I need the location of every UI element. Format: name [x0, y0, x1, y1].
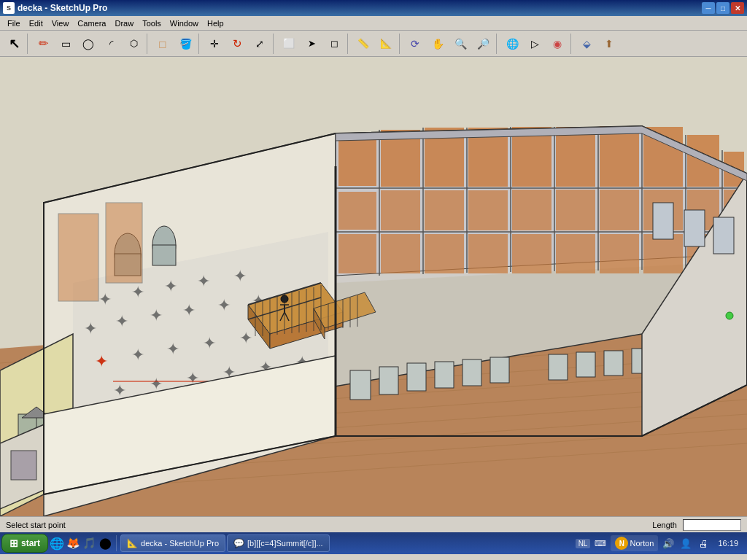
title-bar-buttons[interactable]: ─ □ ✕	[702, 2, 744, 14]
tray-icon-3[interactable]: 🖨	[696, 536, 711, 551]
svg-text:✦: ✦	[239, 329, 252, 347]
status-message: Select start point	[6, 521, 652, 529]
svg-rect-139	[653, 203, 673, 239]
title-bar: S decka - SketchUp Pro ─ □ ✕	[0, 0, 747, 16]
rotate-tool[interactable]: ↻	[226, 33, 248, 55]
ie-quicklaunch[interactable]: 🌐	[50, 536, 64, 551]
summit-taskbar-item[interactable]: 💬 [b][[c=4]Summit[/c]]...	[227, 534, 330, 552]
svg-text:✦: ✦	[98, 290, 112, 308]
system-tray: NL ⌨ N Norton 🔊 👤 🖨 16:19	[576, 535, 746, 551]
protractor-tool[interactable]: 📐	[375, 33, 397, 55]
svg-rect-36	[338, 192, 376, 230]
menu-camera[interactable]: Camera	[73, 18, 110, 29]
styles-tool[interactable]: 🌐	[501, 33, 523, 55]
sketchup-task-icon: 📐	[127, 538, 138, 548]
svg-text:✦: ✦	[166, 340, 179, 358]
title-bar-left: S decka - SketchUp Pro	[3, 2, 107, 14]
svg-rect-129	[379, 367, 398, 394]
svg-text:✦: ✦	[197, 272, 210, 290]
svg-rect-38	[425, 190, 464, 230]
circle-tool[interactable]: ◯	[77, 33, 99, 55]
sketchup-task-label: decka - SketchUp Pro	[141, 539, 219, 548]
orbit-tool[interactable]: ⟳	[404, 33, 426, 55]
toolbar-separator-4	[273, 34, 276, 54]
select-tool[interactable]: ↖	[3, 33, 25, 55]
svg-rect-32	[600, 126, 639, 187]
svg-rect-26	[338, 133, 376, 186]
menu-edit[interactable]: Edit	[25, 18, 47, 29]
zoom-tool[interactable]: 🔍	[449, 33, 471, 55]
svg-rect-52	[600, 234, 639, 273]
start-button[interactable]: ⊞ start	[1, 534, 48, 553]
norton-label: Norton	[630, 539, 654, 548]
menu-help[interactable]: Help	[203, 18, 228, 29]
keyboard-icon[interactable]: ⌨	[593, 536, 608, 551]
svg-text:✦: ✦	[115, 312, 128, 330]
svg-rect-125	[58, 214, 98, 301]
svg-rect-134	[549, 354, 568, 380]
svg-text:✦: ✦	[95, 352, 108, 370]
summit-task-label: [b][[c=4]Summit[/c]]...	[247, 539, 323, 548]
sketchup-taskbar-item[interactable]: 📐 decka - SketchUp Pro	[120, 534, 225, 552]
start-icon: ⊞	[9, 537, 18, 549]
svg-rect-141	[713, 217, 734, 254]
toolbar-separator-5	[347, 34, 350, 54]
pencil-tool[interactable]: ✏	[32, 33, 54, 55]
tray-icon-1[interactable]: 🔊	[661, 536, 676, 551]
paint-tool[interactable]: 🪣	[174, 33, 196, 55]
close-button[interactable]: ✕	[731, 2, 744, 14]
svg-rect-31	[556, 127, 595, 187]
menu-draw[interactable]: Draw	[110, 18, 138, 29]
norton-badge[interactable]: N Norton	[611, 535, 658, 551]
svg-rect-42	[600, 190, 639, 230]
arc-tool[interactable]: ◜	[100, 33, 122, 55]
svg-text:✦: ✦	[217, 296, 231, 314]
maximize-button[interactable]: □	[716, 2, 729, 14]
components-btn[interactable]: ⬙	[576, 33, 597, 55]
rect-tool[interactable]: ▭	[55, 33, 77, 55]
toolbar: ↖ ✏ ▭ ◯ ◜ ⬡ ◻ 🪣 ✛ ↻ ⤢ ⬜ ➤ ◻ 📏 📐 ⟳ ✋ 🔍 🔎 …	[0, 31, 747, 57]
svg-rect-37	[381, 190, 420, 230]
clock: 16:19	[713, 539, 743, 548]
nav-quicklaunch[interactable]: ⬤	[98, 536, 112, 551]
svg-text:✦: ✦	[131, 283, 144, 301]
svg-rect-126	[106, 203, 142, 283]
status-bar: Select start point Length	[0, 516, 747, 532]
menu-window[interactable]: Window	[166, 18, 203, 29]
scale-tool[interactable]: ⤢	[249, 33, 271, 55]
start-label: start	[21, 538, 40, 548]
followme-tool[interactable]: ➤	[301, 33, 322, 55]
move-tool[interactable]: ✛	[204, 33, 225, 55]
tray-icon-2[interactable]: 👤	[678, 536, 693, 551]
offset-tool[interactable]: ◻	[323, 33, 345, 55]
media-quicklaunch[interactable]: 🎵	[82, 536, 96, 551]
firefox-quicklaunch[interactable]: 🦊	[66, 536, 80, 551]
polygon-tool[interactable]: ⬡	[123, 33, 144, 55]
svg-rect-53	[643, 234, 683, 273]
svg-rect-130	[407, 363, 426, 391]
svg-text:✦: ✦	[182, 301, 196, 319]
length-input[interactable]	[683, 519, 741, 531]
svg-rect-48	[425, 234, 464, 273]
app-icon: S	[3, 2, 15, 14]
svg-rect-41	[556, 190, 595, 230]
menu-file[interactable]: File	[3, 18, 25, 29]
3d-viewport[interactable]: ✦ ✦ ✦ ✦ ✦ ✦ ✦ ✦ ✦ ✦ ✦ ✦ ✦ ✦ ✦ ✦ ✦ ✦ ✦ ✦ …	[0, 57, 747, 516]
pan-tool[interactable]: ✋	[427, 33, 449, 55]
eraser-tool[interactable]: ◻	[152, 33, 174, 55]
menu-tools[interactable]: Tools	[138, 18, 166, 29]
lookaround-tool[interactable]: ◉	[546, 33, 568, 55]
svg-rect-133	[490, 357, 509, 383]
menu-view[interactable]: View	[47, 18, 74, 29]
share-btn[interactable]: ⬆	[598, 33, 620, 55]
svg-rect-39	[468, 190, 508, 230]
minimize-button[interactable]: ─	[702, 2, 715, 14]
walk-tool[interactable]: ▷	[524, 33, 546, 55]
pushpull-tool[interactable]: ⬜	[278, 33, 300, 55]
summit-task-icon: 💬	[233, 538, 244, 548]
svg-rect-128	[350, 370, 371, 400]
zoomext-tool[interactable]: 🔎	[472, 33, 494, 55]
tape-tool[interactable]: 📏	[352, 33, 374, 55]
canvas-area[interactable]: ✦ ✦ ✦ ✦ ✦ ✦ ✦ ✦ ✦ ✦ ✦ ✦ ✦ ✦ ✦ ✦ ✦ ✦ ✦ ✦ …	[0, 57, 747, 516]
length-label: Length	[652, 521, 677, 529]
